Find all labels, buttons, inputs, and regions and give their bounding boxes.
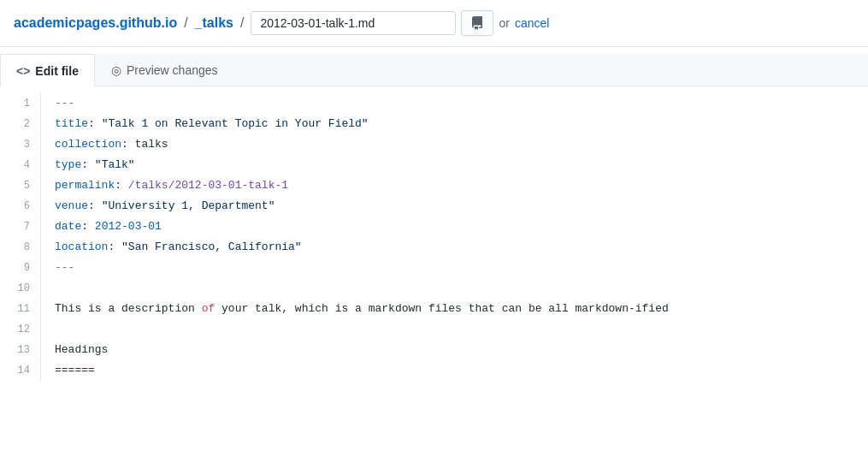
- filename-input[interactable]: [251, 11, 456, 35]
- line-number: 9: [7, 258, 30, 278]
- editor-area: 1234567891011121314 ---title: "Talk 1 on…: [0, 86, 868, 388]
- code-line: [55, 319, 854, 340]
- code-line: Headings: [55, 340, 854, 360]
- code-line: ---: [55, 258, 854, 278]
- tabs-bar: <> Edit file ◎ Preview changes: [0, 54, 868, 86]
- line-number: 5: [7, 175, 30, 196]
- code-content[interactable]: ---title: "Talk 1 on Relevant Topic in Y…: [41, 93, 868, 381]
- code-line: type: "Talk": [55, 155, 854, 175]
- line-number: 3: [7, 134, 30, 155]
- code-line: location: "San Francisco, California": [55, 237, 854, 258]
- line-number: 1: [7, 93, 30, 114]
- line-number: 2: [7, 114, 30, 134]
- edit-file-icon: <>: [16, 64, 30, 78]
- line-number: 11: [7, 299, 30, 319]
- tab-edit-label: Edit file: [35, 64, 79, 78]
- commit-icon-button[interactable]: [461, 10, 493, 36]
- code-line: title: "Talk 1 on Relevant Topic in Your…: [55, 114, 854, 134]
- commit-icon: [470, 16, 484, 30]
- tab-preview-changes[interactable]: ◎ Preview changes: [95, 54, 234, 86]
- cancel-link[interactable]: cancel: [515, 16, 549, 30]
- code-line: This is a description of your talk, whic…: [55, 299, 854, 319]
- line-number: 13: [7, 340, 30, 360]
- preview-changes-icon: ◎: [111, 63, 121, 77]
- or-text: or: [499, 16, 509, 30]
- line-number: 6: [7, 196, 30, 217]
- line-number: 7: [7, 217, 30, 237]
- code-line: [55, 278, 854, 299]
- top-bar: academicpages.github.io / _talks / or ca…: [0, 0, 868, 47]
- tab-edit-file[interactable]: <> Edit file: [0, 54, 95, 86]
- tab-preview-label: Preview changes: [127, 63, 218, 77]
- breadcrumb-sep-1: /: [184, 15, 187, 31]
- breadcrumb-sep-2: /: [240, 15, 244, 31]
- code-line: ---: [55, 93, 854, 114]
- line-number: 14: [7, 360, 30, 381]
- code-line: venue: "University 1, Department": [55, 196, 854, 217]
- line-number: 8: [7, 237, 30, 258]
- line-number: 12: [7, 319, 30, 340]
- code-line: ======: [55, 360, 854, 381]
- talks-link[interactable]: _talks: [195, 15, 233, 31]
- code-line: permalink: /talks/2012-03-01-talk-1: [55, 175, 854, 196]
- site-link[interactable]: academicpages.github.io: [14, 15, 177, 31]
- line-number: 4: [7, 155, 30, 175]
- code-line: date: 2012-03-01: [55, 217, 854, 237]
- line-numbers: 1234567891011121314: [0, 93, 41, 381]
- line-number: 10: [7, 278, 30, 299]
- code-line: collection: talks: [55, 134, 854, 155]
